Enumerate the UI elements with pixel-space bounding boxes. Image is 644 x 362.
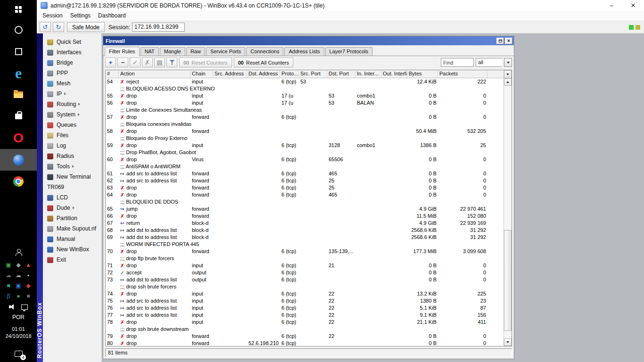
scrollbar-track[interactable] <box>504 86 512 338</box>
sidebar-item-log[interactable]: Log <box>43 140 101 151</box>
rule-row[interactable]: 67↩returnblock-d4.9 GiB22 939 169 <box>106 220 504 227</box>
edge-app[interactable]: e <box>0 62 37 84</box>
sidebar-item-ip[interactable]: IP <box>43 89 101 99</box>
tab-layer7-protocols[interactable]: Layer7 Protocols <box>325 47 373 56</box>
tray-icon[interactable]: ☁ <box>15 272 22 279</box>
tab-raw[interactable]: Raw <box>186 47 205 56</box>
column-header-action[interactable]: Action <box>119 70 190 78</box>
rule-row[interactable]: 75↦add src to address listinput6 (tcp)22… <box>106 297 504 304</box>
sidebar-item-tr069[interactable]: TR069 <box>43 182 101 192</box>
comment-row[interactable]: ;;; Drop PhatBot, Agobot, Gaobot <box>106 149 504 156</box>
rule-row[interactable]: 77↦add src to address listinput6 (tcp)22… <box>106 312 504 319</box>
sidebar-item-partition[interactable]: Partition <box>43 213 101 223</box>
firewall-titlebar[interactable]: Firewall × <box>103 36 514 45</box>
column-header-bytes[interactable]: Bytes <box>407 70 438 78</box>
minimize-button[interactable]: – <box>601 0 622 11</box>
sidebar-item-interfaces[interactable]: Interfaces <box>43 47 101 58</box>
comment-row[interactable]: ;;; BLOQUEIO DE DDOS <box>106 198 504 206</box>
tray-icon[interactable]: ▪ <box>25 272 32 279</box>
comment-row[interactable]: ;;; drop ftp brute forcers <box>106 255 504 262</box>
comment-row[interactable]: ;;; Bloqueia conexoes invalidas <box>106 121 504 128</box>
tray-icon[interactable]: ▣ <box>5 262 12 268</box>
sidebar-item-new-winbox[interactable]: New WinBox <box>43 244 101 255</box>
rule-row[interactable]: 58✗dropforward50.4 MiB532 205 <box>106 128 504 135</box>
column-header-number[interactable]: # <box>106 70 119 78</box>
tab-nat[interactable]: NAT <box>140 47 159 56</box>
column-header-proto[interactable]: Proto... <box>280 70 299 78</box>
rule-row[interactable]: 54✗rejectinput6 (tcp)5312.4 KiB222 <box>106 78 504 85</box>
menu-dashboard[interactable]: Dashboard <box>94 11 130 21</box>
tray-icon[interactable]: ▲ <box>25 262 32 268</box>
tray-icon[interactable]: ■ <box>25 293 32 299</box>
rule-row[interactable]: 69↦add dst to address listblock-d2568.6 … <box>106 234 504 241</box>
filter-button[interactable] <box>166 58 177 67</box>
tray-icon[interactable]: ● <box>15 293 22 299</box>
sidebar-item-files[interactable]: Files <box>43 130 101 140</box>
tab-connections[interactable]: Connections <box>246 47 283 56</box>
rule-row[interactable]: 72✓acceptoutput6 (tcp)0 B0 <box>106 269 504 276</box>
tray-icon[interactable]: ◆ <box>15 262 22 268</box>
rule-row[interactable]: 78✗dropinput6 (tcp)2221.1 KiB411 <box>106 319 504 326</box>
rule-row[interactable]: 74✗dropinput6 (tcp)2213.2 KiB225 <box>106 290 504 297</box>
start-button[interactable] <box>0 0 37 19</box>
comment-row[interactable]: ;;; WORM INFECTED PORTA 445 <box>106 241 504 248</box>
tab-address-lists[interactable]: Address Lists <box>284 47 324 56</box>
sidebar-item-new-terminal[interactable]: New Terminal <box>43 172 101 182</box>
enable-button[interactable]: ✓ <box>130 58 140 67</box>
column-header-packets[interactable]: Packets <box>438 70 487 78</box>
cortana-button[interactable] <box>0 19 37 41</box>
scroll-up-button[interactable] <box>504 78 512 86</box>
rule-row[interactable]: 62↦add src to address listforward6 (tcp)… <box>106 177 504 184</box>
sidebar-item-make-supout-rif[interactable]: Make Supout.rif <box>43 223 101 234</box>
sidebar-item-tools[interactable]: Tools <box>43 161 101 172</box>
rule-row[interactable]: 57✗dropforward6 (tcp)0 B0 <box>106 114 504 121</box>
sidebar-item-bridge[interactable]: Bridge <box>43 58 101 68</box>
rule-row[interactable]: 64✗dropforward6 (tcp)4650 B0 <box>106 191 504 198</box>
store-app[interactable] <box>0 106 37 127</box>
scroll-down-button[interactable] <box>504 338 512 346</box>
column-header-chain[interactable]: Chain <box>190 70 213 78</box>
sidebar-item-queues[interactable]: Queues <box>43 120 101 130</box>
language-indicator[interactable]: POR <box>12 314 25 321</box>
column-header-dst-port[interactable]: Dst. Port <box>327 70 355 78</box>
rule-row[interactable]: 80✗dropforward52.6.198.2106 (tcp)0 B0 <box>106 340 504 346</box>
tab-service-ports[interactable]: Service Ports <box>206 47 245 56</box>
column-config-button[interactable] <box>504 70 512 78</box>
column-header-in-inter[interactable]: In. Inter... <box>355 70 381 78</box>
rule-row[interactable]: 56✗dropinput17 (u53BALAN0 B0 <box>106 99 504 107</box>
people-button[interactable] <box>0 247 37 258</box>
rule-row[interactable]: 61↦add src to address listforward6 (tcp)… <box>106 170 504 177</box>
rule-row[interactable]: 71✗dropinput6 (tcp)210 B0 <box>106 262 504 269</box>
winbox-app[interactable] <box>0 149 37 171</box>
column-header-src-port[interactable]: Src. Port <box>299 70 327 78</box>
chrome-app[interactable] <box>0 171 37 192</box>
sidebar-item-radius[interactable]: Radius <box>43 151 101 161</box>
rule-row[interactable]: 70✗dropforward6 (tcp)135-139,...177.3 Mi… <box>106 248 504 255</box>
menu-session[interactable]: Session <box>39 11 66 21</box>
network-icon[interactable] <box>21 304 28 310</box>
comment-row[interactable]: ;;; drop ssh brute downstream <box>106 326 504 333</box>
tray-icon[interactable]: ■ <box>5 282 12 289</box>
tray-icon[interactable]: ◆ <box>25 282 32 289</box>
close-button[interactable]: ✕ <box>622 0 644 11</box>
add-button[interactable]: + <box>105 58 116 67</box>
redo-button[interactable]: ↻ <box>53 22 64 32</box>
filter-scope-select[interactable]: all <box>476 58 502 67</box>
rule-row[interactable]: 79✗dropforward6 (tcp)220 B0 <box>106 333 504 340</box>
tray-icon[interactable]: ☁ <box>5 272 12 279</box>
rule-row[interactable]: 63✗dropforward6 (tcp)250 B0 <box>106 184 504 191</box>
rule-row[interactable]: 59✗dropinput6 (tcp)3128combo11386 B25 <box>106 142 504 149</box>
scrollbar-thumb[interactable] <box>504 230 512 331</box>
task-view-button[interactable] <box>0 41 37 62</box>
safe-mode-button[interactable]: Safe Mode <box>67 22 105 32</box>
sidebar-item-routing[interactable]: Routing <box>43 99 101 109</box>
column-header-out-interfa[interactable]: Out. Interfa... <box>381 70 407 78</box>
reset-counters-button[interactable]: 00 Reset Counters <box>179 58 232 67</box>
sidebar-item-quick-set[interactable]: Quick Set <box>43 37 101 47</box>
column-header-dst-address[interactable]: Dst. Address <box>247 70 280 78</box>
sidebar-item-exit[interactable]: Exit <box>43 255 101 265</box>
rule-row[interactable]: 65↪jumpforward4.9 GiB22 970 461 <box>106 206 504 213</box>
comment-row[interactable]: ;;; AntiSPAM o AntiWORM <box>106 163 504 170</box>
rule-row[interactable]: 60✗dropVirus6 (tcp)655060 B0 <box>106 156 504 163</box>
comment-row[interactable]: ;;; BLOQUEIO ACESSO DNS EXTERNO <box>106 85 504 92</box>
